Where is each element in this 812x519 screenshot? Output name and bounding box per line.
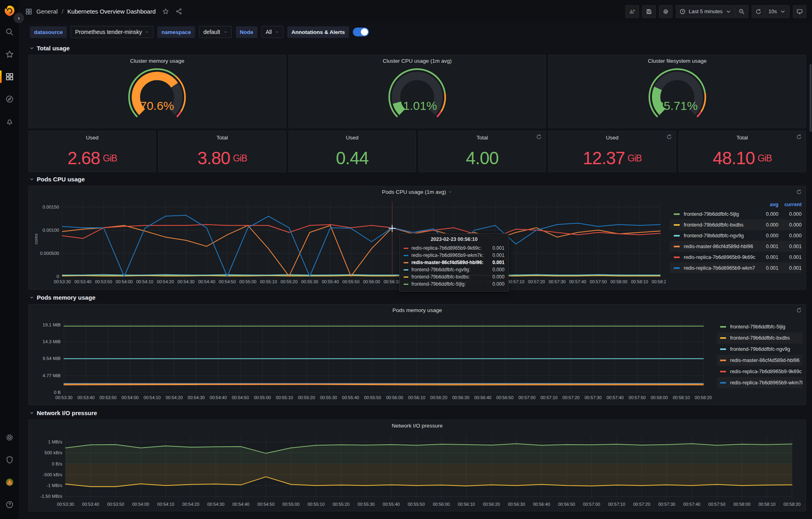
legend-swatch[interactable] — [720, 360, 726, 361]
pods-cpu-chart[interactable]: 00.0005000.001000.0015000:53:3000:53:400… — [32, 197, 666, 288]
panel-refresh-button[interactable] — [796, 189, 802, 195]
sidebar-expand-button[interactable]: › — [14, 13, 24, 23]
svg-text:00:55:00: 00:55:00 — [239, 279, 257, 284]
panel-title[interactable]: Cluster memory usage — [29, 58, 286, 64]
chart-tooltip: 2023-02-23 00:56:10 redis-replica-7b6d89… — [399, 233, 509, 292]
section-pods-cpu[interactable]: Pods CPU usage — [28, 172, 806, 186]
legend-swatch[interactable] — [720, 348, 726, 350]
legend-header: avgcurrent — [670, 201, 802, 209]
variable-value-datasource[interactable]: Prometheus tender-minsky — [71, 26, 153, 38]
legend-swatch[interactable] — [674, 257, 680, 258]
panel-title[interactable]: Cluster filesystem usage — [549, 58, 806, 64]
star-dashboard-icon[interactable] — [162, 8, 169, 15]
legend-sort-avg[interactable]: avg — [755, 202, 778, 207]
svg-text:cores: cores — [34, 233, 38, 244]
panel-refresh-button[interactable] — [796, 134, 802, 140]
legend-series-name[interactable]: redis-master-86cf4d589d-hbl96 — [684, 244, 755, 249]
share-icon[interactable] — [175, 8, 182, 15]
sidebar-item-alerting[interactable] — [0, 113, 19, 130]
network-io-chart[interactable]: -1.50 MB/s-1 MB/s-500 kB/s0 B/s500 kB/s1… — [32, 430, 806, 510]
svg-text:00:54:20: 00:54:20 — [182, 502, 199, 507]
legend-series-name[interactable]: frontend-79b6ddfbfc-5ljlg — [684, 211, 755, 217]
svg-text:-500 kB/s: -500 kB/s — [43, 472, 62, 477]
legend-swatch[interactable] — [674, 213, 680, 215]
legend-series-name[interactable]: redis-replica-7b6d8965b9-wkm7k — [684, 265, 755, 271]
sidebar-item-configuration[interactable] — [0, 429, 19, 446]
legend-swatch[interactable] — [720, 382, 726, 384]
legend-swatch[interactable] — [674, 246, 680, 247]
legend-swatch[interactable] — [720, 326, 726, 328]
sidebar-item-dashboards[interactable] — [0, 68, 19, 86]
legend-series-name[interactable]: redis-replica-7b6d8965b9-9k69c — [684, 255, 755, 260]
sidebar-item-server-admin[interactable] — [0, 451, 19, 469]
section-network-io[interactable]: Network I/O pressure — [28, 406, 806, 420]
legend-series-name[interactable]: frontend-79b6ddfbfc-bxdbs — [730, 335, 802, 341]
legend-sort-current[interactable]: current — [778, 202, 802, 207]
time-range-picker[interactable]: Last 5 minutes — [676, 5, 735, 18]
legend-swatch[interactable] — [674, 224, 680, 226]
variable-value-Node[interactable]: All — [261, 26, 284, 38]
svg-text:00:55:10: 00:55:10 — [276, 395, 293, 400]
svg-text:00:55:40: 00:55:40 — [322, 279, 339, 284]
panel-title[interactable]: Pods memory usage — [29, 307, 806, 313]
chevron-down-icon — [29, 295, 34, 300]
tooltip-series-name: frontend-79b6ddfbfc-ngv9g: — [411, 267, 487, 272]
breadcrumb-folder[interactable]: General — [36, 8, 58, 15]
refresh-dashboard-button[interactable] — [752, 5, 765, 18]
panel-title[interactable]: Network I/O pressure — [29, 423, 806, 429]
compass-icon — [5, 95, 14, 103]
dashboard-settings-button[interactable] — [659, 5, 673, 18]
sidebar-item-explore[interactable] — [0, 90, 19, 108]
sidebar-item-starred[interactable] — [0, 46, 19, 63]
scrollbar-thumb[interactable] — [810, 64, 812, 132]
legend-series-name[interactable]: frontend-79b6ddfbfc-bxdbs — [684, 222, 755, 228]
panel-refresh-button[interactable] — [536, 134, 542, 140]
legend-swatch[interactable] — [674, 235, 680, 237]
panel-title[interactable]: Pods CPU usage (1m avg) — [29, 189, 806, 195]
legend-series-name[interactable]: redis-master-86cf4d589d-hbl96 — [730, 358, 802, 363]
grafana-logo[interactable] — [4, 5, 16, 17]
legend-series-name[interactable]: redis-replica-7b6d8965b9-9k69c — [730, 369, 802, 374]
page-title: Kubernetes Overview Dashboard — [68, 8, 156, 15]
refresh-interval-picker[interactable]: 10s — [765, 5, 790, 18]
svg-text:00:54:40: 00:54:40 — [210, 395, 227, 400]
sidebar-item-help[interactable] — [0, 496, 19, 513]
legend-swatch[interactable] — [720, 337, 726, 339]
section-pods-memory[interactable]: Pods memory usage — [28, 290, 806, 304]
section-total-usage[interactable]: Total usage — [28, 41, 806, 55]
legend-series-name[interactable]: frontend-79b6ddfbfc-ngv9g — [684, 233, 755, 239]
add-panel-button[interactable] — [625, 5, 639, 18]
svg-text:00:57:10: 00:57:10 — [540, 395, 557, 400]
panel-refresh-button[interactable] — [666, 134, 672, 140]
zoom-out-time-button[interactable] — [735, 5, 748, 18]
pods-memory-chart[interactable]: 0 B4.77 MiB9.54 MiB14.3 MiB19.1 MiB00:53… — [32, 315, 721, 404]
refresh-icon — [666, 134, 672, 140]
svg-text:-1 MB/s: -1 MB/s — [46, 483, 62, 488]
panel-refresh-button[interactable] — [796, 307, 802, 313]
legend-current-value: 0.001 — [778, 255, 802, 260]
cycle-view-mode-button[interactable] — [793, 5, 806, 18]
save-dashboard-button[interactable] — [642, 5, 656, 18]
legend-avg-value: 0.000 — [755, 233, 778, 239]
svg-text:1 MB/s: 1 MB/s — [48, 439, 62, 444]
tooltip-series-value: 0.000 — [487, 274, 504, 280]
panel-title[interactable]: Cluster CPU usage (1m avg) — [289, 58, 546, 64]
stat-value: 0.44 — [289, 145, 416, 172]
stat-title: Used — [29, 135, 155, 141]
variable-value-namespace[interactable]: default — [199, 26, 232, 38]
stat-panel-total-3.80: Total3.80GiB — [158, 131, 286, 172]
sidebar-item-search[interactable] — [0, 23, 19, 41]
legend-swatch[interactable] — [674, 267, 680, 269]
svg-text:00:54:10: 00:54:10 — [143, 395, 161, 400]
annotations-toggle[interactable] — [353, 28, 369, 36]
legend-series-name[interactable]: frontend-79b6ddfbfc-ngv9g — [730, 346, 802, 352]
legend-swatch[interactable] — [720, 371, 726, 372]
tooltip-row: frontend-79b6ddfbfc-ngv9g:0.000 — [404, 266, 504, 273]
svg-text:9.54 MiB: 9.54 MiB — [43, 356, 61, 361]
legend-series-name[interactable]: redis-replica-7b6d8965b9-wkm7k — [730, 380, 802, 386]
legend-series-name[interactable]: frontend-79b6ddfbfc-5ljlg — [730, 324, 802, 330]
legend-row: redis-replica-7b6d8965b9-wkm7k0.0010.001 — [670, 262, 802, 273]
svg-text:19.1 MiB: 19.1 MiB — [43, 322, 61, 327]
sidebar-nav — [0, 21, 19, 133]
sidebar-item-profile[interactable] — [0, 473, 19, 491]
